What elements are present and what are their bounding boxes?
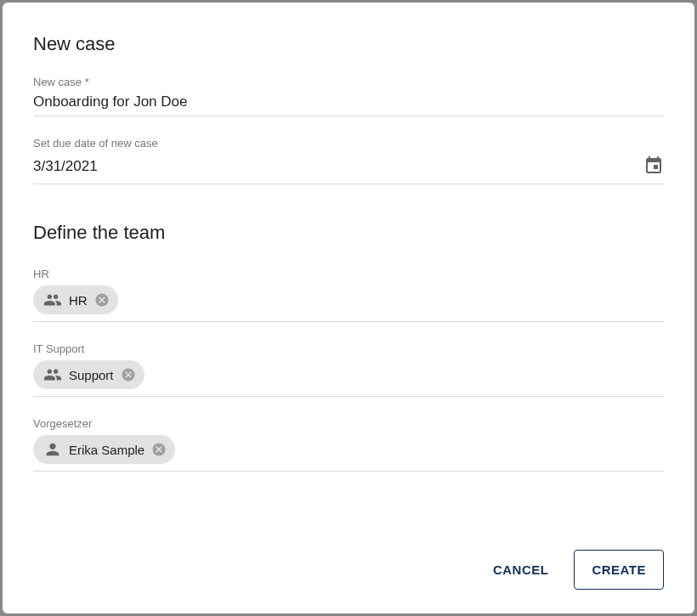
hr-chip: HR xyxy=(33,285,118,314)
group-icon xyxy=(43,291,62,309)
hr-role-label: HR xyxy=(33,268,664,280)
cancel-button[interactable]: Cancel xyxy=(483,551,559,589)
calendar-icon[interactable] xyxy=(643,155,664,178)
hr-chip-label: HR xyxy=(69,293,88,308)
dialog-title: New case xyxy=(33,33,664,55)
person-icon xyxy=(43,440,62,459)
supervisor-chip-label: Erika Sample xyxy=(69,443,144,457)
supervisor-chip: Erika Sample xyxy=(33,435,175,464)
it-chip-label: Support xyxy=(69,368,114,382)
hr-chip-row[interactable]: HR xyxy=(33,285,664,322)
supervisor-role-field: Vorgesetzer Erika Sample xyxy=(33,417,664,472)
case-name-label: New case * xyxy=(33,76,664,88)
supervisor-role-label: Vorgesetzer xyxy=(33,417,664,430)
remove-icon[interactable] xyxy=(94,292,110,308)
due-date-input[interactable] xyxy=(33,158,643,175)
it-role-field: IT Support Support xyxy=(33,342,664,397)
dialog-actions: Cancel Create xyxy=(33,550,664,590)
it-chip-row[interactable]: Support xyxy=(33,360,664,397)
case-name-field: New case * xyxy=(33,76,664,116)
team-section-title: Define the team xyxy=(33,222,664,244)
case-name-input[interactable] xyxy=(33,93,664,110)
remove-icon[interactable] xyxy=(121,367,136,382)
remove-icon[interactable] xyxy=(151,442,167,457)
new-case-dialog: New case New case * Set due date of new … xyxy=(3,3,694,613)
it-chip: Support xyxy=(33,360,144,389)
due-date-label: Set due date of new case xyxy=(33,137,664,150)
hr-role-field: HR HR xyxy=(33,268,664,322)
case-name-input-row xyxy=(33,93,664,116)
it-role-label: IT Support xyxy=(33,342,664,355)
due-date-input-row xyxy=(33,155,664,184)
due-date-field: Set due date of new case xyxy=(33,137,664,184)
group-icon xyxy=(43,365,62,384)
create-button[interactable]: Create xyxy=(574,550,664,590)
supervisor-chip-row[interactable]: Erika Sample xyxy=(33,435,664,472)
